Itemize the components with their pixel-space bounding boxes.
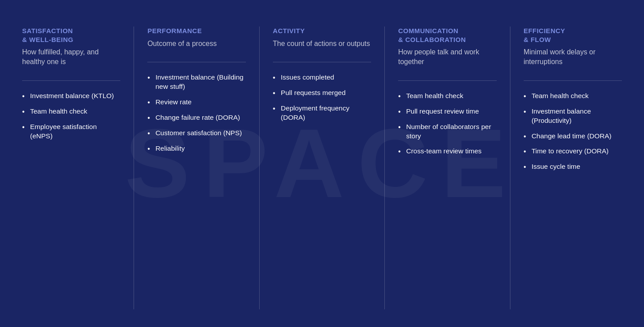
list-item: Cross-team review times: [398, 147, 496, 156]
column-satisfaction: SATISFACTION & WELL-BEINGHow fulfilled, …: [22, 27, 134, 309]
list-item: Deployment frequency (DORA): [273, 104, 371, 122]
list-item: Team health check: [22, 107, 120, 116]
bullet-list-efficiency: Team health checkInvestment balance (Pro…: [524, 91, 622, 172]
list-item: Issue cycle time: [524, 162, 622, 171]
column-subtitle-efficiency: Minimal work delays or interruptions: [524, 47, 622, 67]
column-title-activity: ACTIVITY: [273, 27, 371, 35]
column-title-efficiency: EFFICIENCY & FLOW: [524, 27, 622, 44]
list-item: Customer satisfaction (NPS): [147, 129, 245, 138]
list-item: Investment balance (Building new stuff): [147, 73, 245, 91]
column-efficiency: EFFICIENCY & FLOWMinimal work delays or …: [510, 27, 622, 309]
list-item: Team health check: [398, 91, 496, 101]
list-item: Team health check: [524, 91, 622, 101]
list-item: Time to recovery (DORA): [524, 147, 622, 156]
list-item: Pull requests merged: [273, 88, 371, 98]
list-item: Change lead time (DORA): [524, 132, 622, 141]
column-divider-satisfaction: [22, 80, 120, 81]
bullet-list-satisfaction: Investment balance (KTLO)Team health che…: [22, 91, 120, 141]
list-item: Review rate: [147, 98, 245, 107]
column-title-satisfaction: SATISFACTION & WELL-BEING: [22, 27, 120, 44]
list-item: Reliability: [147, 144, 245, 153]
list-item: Employee satisfaction (eNPS): [22, 122, 120, 141]
list-item: Pull request review time: [398, 107, 496, 116]
column-performance: PERFORMANCEOutcome of a processInvestmen…: [134, 27, 259, 309]
column-divider-efficiency: [524, 80, 622, 81]
column-subtitle-activity: The count of actions or outputs: [273, 39, 371, 49]
list-item: Issues completed: [273, 73, 371, 82]
column-communication: COMMUNICATION & COLLABORATIONHow people …: [385, 27, 510, 309]
column-divider-activity: [273, 62, 371, 62]
column-subtitle-performance: Outcome of a process: [147, 39, 245, 49]
column-title-performance: PERFORMANCE: [147, 27, 245, 35]
column-subtitle-satisfaction: How fulfilled, happy, and healthy one is: [22, 47, 120, 67]
bullet-list-activity: Issues completedPull requests mergedDepl…: [273, 73, 371, 122]
bullet-list-communication: Team health checkPull request review tim…: [398, 91, 496, 156]
list-item: Number of collaborators per story: [398, 122, 496, 141]
list-item: Change failure rate (DORA): [147, 113, 245, 122]
column-divider-communication: [398, 80, 496, 81]
list-item: Investment balance (KTLO): [22, 91, 120, 101]
main-container: SATISFACTION & WELL-BEINGHow fulfilled, …: [0, 0, 644, 327]
column-subtitle-communication: How people talk and work together: [398, 47, 496, 67]
column-title-communication: COMMUNICATION & COLLABORATION: [398, 27, 496, 44]
list-item: Investment balance (Productivity): [524, 107, 622, 125]
column-activity: ACTIVITYThe count of actions or outputsI…: [260, 27, 385, 309]
bullet-list-performance: Investment balance (Building new stuff)R…: [147, 73, 245, 153]
column-divider-performance: [147, 62, 245, 62]
